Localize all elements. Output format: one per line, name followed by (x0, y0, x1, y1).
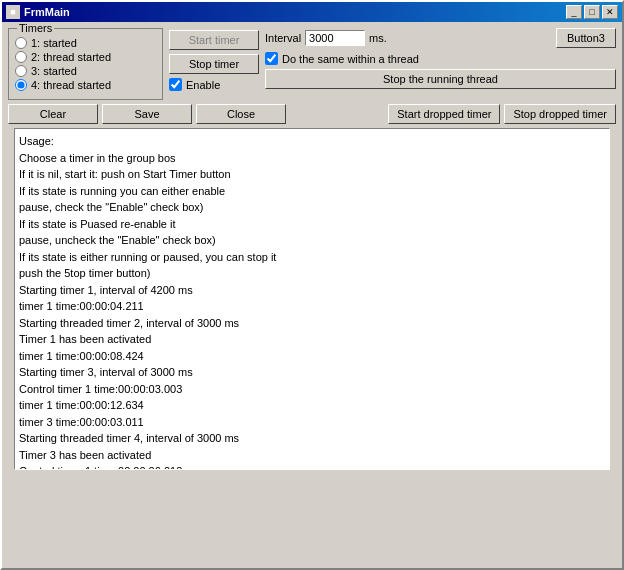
timer-2-radio-row: 2: thread started (15, 51, 156, 63)
stop-running-thread-button[interactable]: Stop the running thread (265, 69, 616, 89)
main-content: Timers 1: started 2: thread started 3: s… (2, 22, 622, 476)
timer-3-label: 3: started (31, 65, 77, 77)
timer-1-label: 1: started (31, 37, 77, 49)
interval-row: Interval ms. Button3 (265, 28, 616, 48)
log-line: timer 1 time:00:00:08.424 (19, 348, 605, 365)
right-section: Interval ms. Button3 Do the same within … (265, 28, 616, 100)
log-line: Usage: (19, 133, 605, 150)
save-button[interactable]: Save (102, 104, 192, 124)
timer-2-label: 2: thread started (31, 51, 111, 63)
log-line: Starting timer 3, interval of 3000 ms (19, 364, 605, 381)
button3[interactable]: Button3 (556, 28, 616, 48)
title-bar-left: ■ FrmMain (6, 5, 70, 19)
stop-dropped-button[interactable]: Stop dropped timer (504, 104, 616, 124)
log-line: timer 3 time:00:00:03.011 (19, 414, 605, 431)
log-line: Control timer 1 time:00:00:06.013 (19, 463, 605, 470)
enable-label: Enable (186, 79, 220, 91)
close-button-main[interactable]: Close (196, 104, 286, 124)
timer-1-radio-row: 1: started (15, 37, 156, 49)
log-line: timer 1 time:00:00:12.634 (19, 397, 605, 414)
top-row: Timers 1: started 2: thread started 3: s… (8, 28, 616, 100)
main-window: ■ FrmMain _ □ ✕ Timers 1: started 2: thr… (0, 0, 624, 570)
log-line: pause, check the "Enable" check box) (19, 199, 605, 216)
log-line: push the 5top timer button) (19, 265, 605, 282)
log-line: Choose a timer in the group bos (19, 150, 605, 167)
timer-4-label: 4: thread started (31, 79, 111, 91)
timer-3-radio[interactable] (15, 65, 27, 77)
start-dropped-button[interactable]: Start dropped timer (388, 104, 500, 124)
interval-unit: ms. (369, 32, 387, 44)
log-line: If its state is running you can either e… (19, 183, 605, 200)
same-thread-row: Do the same within a thread (265, 52, 616, 65)
same-thread-label: Do the same within a thread (282, 53, 419, 65)
maximize-button[interactable]: □ (584, 5, 600, 19)
log-line: Timer 3 has been activated (19, 447, 605, 464)
same-thread-checkbox[interactable] (265, 52, 278, 65)
timers-group-label: Timers (17, 22, 54, 34)
timer-1-radio[interactable] (15, 37, 27, 49)
timer-2-radio[interactable] (15, 51, 27, 63)
minimize-button[interactable]: _ (566, 5, 582, 19)
log-line: Starting threaded timer 4, interval of 3… (19, 430, 605, 447)
log-line: pause, uncheck the "Enable" check box) (19, 232, 605, 249)
log-area[interactable]: Usage:Choose a timer in the group bosIf … (14, 128, 610, 470)
enable-checkbox[interactable] (169, 78, 182, 91)
title-bar: ■ FrmMain _ □ ✕ (2, 2, 622, 22)
timer-4-radio[interactable] (15, 79, 27, 91)
close-button[interactable]: ✕ (602, 5, 618, 19)
timers-group: Timers 1: started 2: thread started 3: s… (8, 28, 163, 100)
log-line: Starting timer 1, interval of 4200 ms (19, 282, 605, 299)
app-icon: ■ (6, 5, 20, 19)
start-timer-button[interactable]: Start timer (169, 30, 259, 50)
log-line: If its state is Puased re-enable it (19, 216, 605, 233)
enable-checkbox-row: Enable (169, 78, 259, 91)
middle-section: Start timer Stop timer Enable (169, 28, 259, 100)
timer-4-radio-row: 4: thread started (15, 79, 156, 91)
log-line: Control timer 1 time:00:00:03.003 (19, 381, 605, 398)
log-line: Timer 1 has been activated (19, 331, 605, 348)
window-title: FrmMain (24, 6, 70, 18)
title-bar-buttons: _ □ ✕ (566, 5, 618, 19)
log-line: Starting threaded timer 2, interval of 3… (19, 315, 605, 332)
timer-3-radio-row: 3: started (15, 65, 156, 77)
clear-button[interactable]: Clear (8, 104, 98, 124)
log-line: timer 1 time:00:00:04.211 (19, 298, 605, 315)
stop-timer-button[interactable]: Stop timer (169, 54, 259, 74)
interval-label: Interval (265, 32, 301, 44)
log-line: If its state is either running or paused… (19, 249, 605, 266)
interval-input[interactable] (305, 30, 365, 46)
action-row: Clear Save Close Start dropped timer Sto… (8, 104, 616, 124)
log-line: If it is nil, start it: push on Start Ti… (19, 166, 605, 183)
